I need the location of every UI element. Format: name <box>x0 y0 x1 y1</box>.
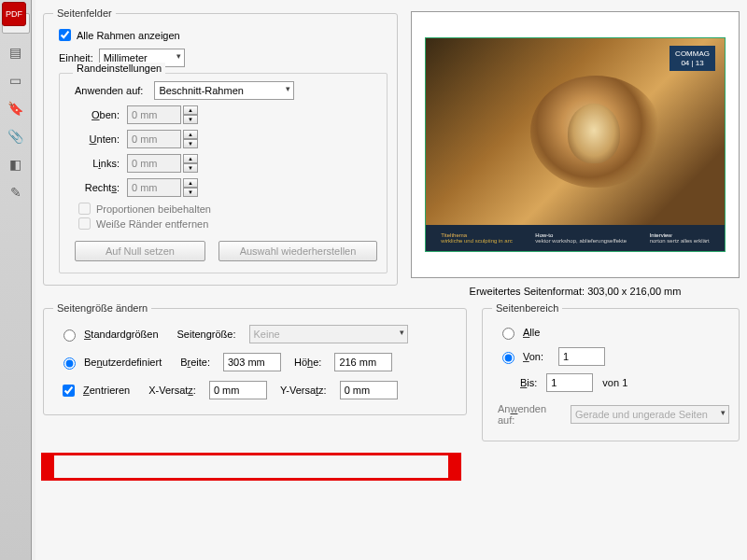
center-label: Zentrieren <box>83 385 130 396</box>
of-label: von 1 <box>602 377 627 388</box>
yoffset-label: Y-Versatz: <box>280 385 327 396</box>
margin-left-input[interactable] <box>127 154 181 173</box>
margin-settings-group: Randeinstellungen Anwenden auf: Beschnit… <box>59 73 388 273</box>
highlight-overlay <box>41 453 461 481</box>
page-size-select[interactable]: Keine <box>249 325 408 343</box>
height-input[interactable] <box>334 353 392 371</box>
margin-left-down[interactable]: ▼ <box>183 163 198 173</box>
standard-sizes-radio[interactable] <box>63 329 76 342</box>
crop-pages-dialog: Seitenfelder Alle Rahmen anzeigen Einhei… <box>35 0 747 560</box>
layers-icon[interactable]: ◧ <box>7 155 25 174</box>
preview-image: COMMAG 04 | 13 Titelthemawirkliche und s… <box>426 38 725 251</box>
margin-bottom-down[interactable]: ▼ <box>183 139 198 148</box>
range-apply-select[interactable]: Gerade und ungerade Seiten <box>571 405 729 424</box>
page-range-group: Seitenbereich Alle Von: Bis: von 1 <box>482 302 740 441</box>
margin-top-up[interactable]: ▲ <box>183 105 198 115</box>
page-fields-group: Seitenfelder Alle Rahmen anzeigen Einhei… <box>43 7 398 286</box>
range-apply-label: Anwenden auf: <box>498 403 563 426</box>
margin-left-up[interactable]: ▲ <box>183 154 198 163</box>
keep-proportions-checkbox[interactable] <box>78 203 91 215</box>
standard-sizes-label: Standardgrößen <box>84 329 159 340</box>
margin-bottom-up[interactable]: ▲ <box>183 130 198 139</box>
to-input[interactable] <box>546 373 593 392</box>
margin-top-down[interactable]: ▼ <box>183 115 198 124</box>
preview-tag: COMMAG 04 | 13 <box>669 46 715 71</box>
from-radio[interactable] <box>502 352 514 364</box>
from-input[interactable] <box>558 347 605 366</box>
apply-to-select[interactable]: Beschnitt-Rahmen <box>154 81 294 100</box>
remove-white-label: Weiße Ränder entfernen <box>96 218 208 230</box>
custom-size-label: Benutzerdefiniert <box>84 357 162 368</box>
remove-white-checkbox[interactable] <box>78 217 91 230</box>
margin-bottom-input[interactable] <box>127 130 181 148</box>
thumbnails-icon[interactable]: ▤ <box>7 43 25 62</box>
preview-box: COMMAG 04 | 13 Titelthemawirkliche und s… <box>411 11 740 278</box>
custom-size-radio[interactable] <box>63 357 76 370</box>
restore-button[interactable]: Auswahl wiederherstellen <box>218 241 377 261</box>
xoffset-label: X-Versatz: <box>148 385 196 396</box>
attachment-icon[interactable]: 📎 <box>7 127 25 146</box>
show-all-frames-label: Alle Rahmen anzeigen <box>77 30 180 41</box>
width-input[interactable] <box>223 353 281 371</box>
width-label: Breite: <box>180 357 210 368</box>
margin-right-input[interactable] <box>127 178 181 197</box>
all-pages-label: Alle <box>523 327 540 338</box>
to-label: Bis: <box>520 377 537 388</box>
xoffset-input[interactable] <box>209 381 267 399</box>
keep-proportions-label: Proportionen beibehalten <box>96 203 211 215</box>
margin-right-up[interactable]: ▲ <box>183 178 198 188</box>
show-all-frames-checkbox[interactable] <box>59 29 71 41</box>
preview-footer: Titelthemawirkliche und sculpting in arc… <box>426 225 725 251</box>
height-label: Höhe: <box>294 357 321 368</box>
lion-face <box>568 104 620 163</box>
from-label: Von: <box>523 351 543 362</box>
preview-caption: Erweitertes Seitenformat: 303,00 x 216,0… <box>411 286 740 297</box>
page-size-legend: Seitengröße ändern <box>53 302 151 314</box>
page-range-legend: Seitenbereich <box>492 302 562 314</box>
page-fields-legend: Seitenfelder <box>53 7 116 19</box>
bookmark-icon[interactable]: 🔖 <box>7 99 25 118</box>
app-icon: PDF <box>2 2 26 26</box>
signature-icon[interactable]: ✎ <box>7 183 25 202</box>
preview-panel: COMMAG 04 | 13 Titelthemawirkliche und s… <box>411 4 740 297</box>
reset-button[interactable]: Auf Null setzen <box>75 241 205 261</box>
all-pages-radio[interactable] <box>502 328 514 340</box>
page-size-label: Seitengröße: <box>177 329 236 340</box>
yoffset-input[interactable] <box>340 381 398 399</box>
apply-to-label: Anwenden auf: <box>75 85 143 96</box>
margin-settings-legend: Randeinstellungen <box>73 63 165 74</box>
page-icon[interactable]: ▭ <box>7 71 25 90</box>
margin-top-input[interactable] <box>127 105 181 124</box>
center-checkbox[interactable] <box>63 385 75 397</box>
margin-right-down[interactable]: ▼ <box>183 188 198 197</box>
page-size-group: Seitengröße ändern Standardgrößen Seiten… <box>43 302 467 415</box>
